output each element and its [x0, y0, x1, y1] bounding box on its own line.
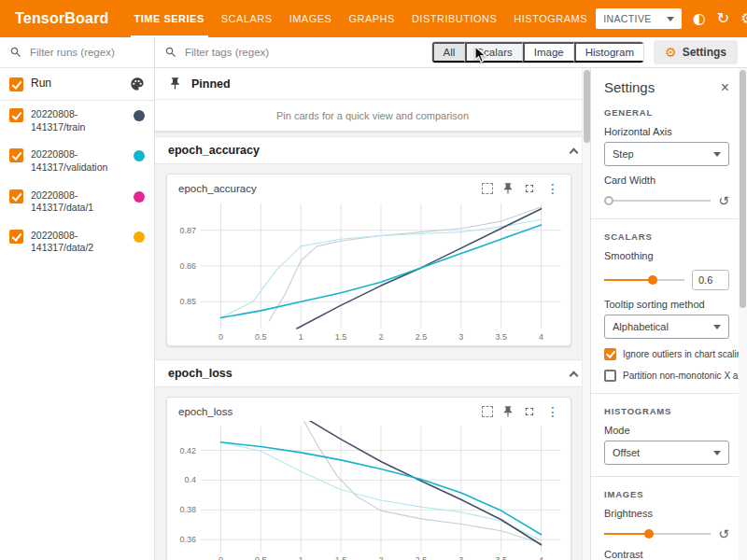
settings-scrollbar[interactable]	[739, 68, 747, 560]
chevron-down-icon	[713, 325, 721, 329]
card-title: epoch_loss	[178, 406, 233, 417]
tag-type-toggle-group: All Scalars Image Histogram	[431, 41, 645, 63]
palette-icon[interactable]	[130, 77, 145, 91]
slider-thumb[interactable]	[644, 529, 654, 539]
reset-icon[interactable]: ↺	[718, 527, 729, 540]
run-checkbox[interactable]	[9, 230, 23, 244]
card-zone-loss: epoch_loss ⋮ 00.511.522.533.540.360.380.…	[155, 387, 590, 560]
reset-icon[interactable]: ↺	[718, 194, 729, 207]
refresh-icon[interactable]: ↻	[717, 11, 729, 26]
card-width-slider[interactable]	[604, 195, 711, 206]
pin-icon	[168, 77, 182, 91]
svg-text:0.87: 0.87	[179, 226, 196, 235]
tab-images[interactable]: IMAGES	[281, 0, 341, 37]
ignore-outliers-checkbox[interactable]	[604, 348, 616, 360]
chevron-up-icon[interactable]	[570, 371, 579, 380]
svg-text:0: 0	[218, 332, 223, 342]
search-icon	[9, 46, 22, 59]
runs-header-row: Run	[0, 68, 154, 101]
brightness-slider[interactable]	[604, 528, 711, 539]
partition-x-axis-checkbox[interactable]	[604, 370, 616, 382]
more-options-icon[interactable]: ⋮	[544, 181, 561, 196]
run-checkbox[interactable]	[9, 189, 23, 203]
svg-text:3: 3	[458, 332, 463, 342]
smoothing-slider[interactable]	[604, 274, 684, 286]
run-color-dot[interactable]	[134, 110, 145, 121]
main-scrollbar[interactable]	[582, 68, 590, 560]
toggle-image[interactable]: Image	[523, 42, 574, 63]
svg-text:2: 2	[378, 332, 383, 342]
tab-graphs[interactable]: GRAPHS	[340, 0, 402, 37]
settings-panel-title: Settings	[604, 79, 655, 95]
slider-thumb[interactable]	[604, 196, 613, 205]
pin-icon[interactable]	[501, 405, 514, 418]
run-color-dot[interactable]	[134, 231, 145, 243]
tab-histograms[interactable]: HISTOGRAMS	[505, 0, 596, 37]
ignore-outliers-row[interactable]: Ignore outliers in chart scaling	[604, 348, 729, 360]
section-epoch-loss[interactable]: epoch_loss	[155, 359, 590, 387]
theme-toggle-icon[interactable]: ◐	[693, 11, 706, 26]
horizontal-axis-select[interactable]: Step	[604, 142, 729, 166]
svg-text:0.36: 0.36	[179, 535, 196, 544]
svg-text:0.86: 0.86	[179, 261, 196, 271]
svg-text:1.5: 1.5	[335, 332, 347, 342]
tags-toolbar: Filter tags (regex) All Scalars Image Hi…	[155, 37, 747, 68]
brightness-label: Brightness	[604, 508, 729, 519]
settings-gear-icon[interactable]: ⚙	[740, 11, 747, 26]
filter-runs-placeholder: Filter runs (regex)	[30, 47, 115, 58]
svg-text:0: 0	[218, 555, 223, 560]
pin-icon[interactable]	[501, 182, 514, 195]
toggle-all[interactable]: All	[432, 42, 466, 63]
run-label: 20220808-141317/data/2	[31, 230, 126, 255]
smoothing-input[interactable]: 0.6	[692, 270, 729, 290]
partition-x-axis-row[interactable]: Partition non-monotonic X axis i	[604, 370, 729, 382]
chevron-up-icon[interactable]	[570, 147, 579, 157]
contrast-label: Contrast	[604, 549, 729, 560]
tab-time-series[interactable]: TIME SERIES	[126, 0, 213, 37]
settings-button-label: Settings	[683, 46, 726, 59]
svg-text:1: 1	[299, 332, 303, 342]
slider-thumb[interactable]	[648, 275, 657, 285]
select-all-runs-checkbox[interactable]	[9, 77, 23, 91]
search-icon	[164, 46, 177, 59]
histogram-mode-value: Offset	[613, 447, 640, 458]
pinned-empty-hint: Pin cards for a quick view and compariso…	[155, 100, 590, 132]
fullscreen-icon[interactable]	[523, 405, 536, 418]
status-label: INACTIVE	[603, 13, 652, 24]
run-label: 20220808-141317/train	[31, 108, 126, 133]
pinned-section-header: Pinned	[155, 68, 590, 100]
tooltip-sorting-select[interactable]: Alphabetical	[604, 315, 729, 339]
tab-scalars[interactable]: SCALARS	[213, 0, 281, 37]
svg-text:3.5: 3.5	[495, 555, 507, 560]
settings-button[interactable]: ⚙ Settings	[654, 40, 738, 64]
epoch-accuracy-chart[interactable]: 00.511.522.533.540.850.860.87	[167, 198, 571, 345]
tab-distributions[interactable]: DISTRIBUTIONS	[403, 0, 505, 37]
data-table-toggle-icon[interactable]	[482, 406, 493, 417]
partition-x-axis-label: Partition non-monotonic X axis	[623, 371, 739, 381]
close-icon[interactable]: ×	[721, 80, 729, 95]
fullscreen-icon[interactable]	[523, 182, 536, 195]
run-checkbox[interactable]	[9, 108, 23, 122]
run-row-train[interactable]: 20220808-141317/train	[0, 101, 154, 141]
scrollbar-thumb[interactable]	[740, 70, 746, 308]
run-color-dot[interactable]	[134, 191, 145, 203]
filter-runs-box[interactable]: Filter runs (regex)	[0, 37, 154, 68]
run-row-data-2[interactable]: 20220808-141317/data/2	[0, 222, 154, 262]
run-row-data-1[interactable]: 20220808-141317/data/1	[0, 182, 154, 222]
run-row-validation[interactable]: 20220808-141317/validation	[0, 141, 154, 181]
general-heading: GENERAL	[604, 107, 729, 118]
toggle-histogram[interactable]: Histogram	[574, 42, 643, 63]
more-options-icon[interactable]: ⋮	[544, 404, 561, 419]
data-table-toggle-icon[interactable]	[482, 183, 493, 194]
histogram-mode-select[interactable]: Offset	[604, 441, 729, 465]
run-checkbox[interactable]	[9, 148, 23, 162]
reload-status-select[interactable]: INACTIVE	[596, 8, 682, 29]
epoch-loss-chart[interactable]: 00.511.522.533.540.360.380.40.42	[167, 421, 571, 560]
run-color-dot[interactable]	[134, 150, 145, 161]
app-logo[interactable]: TensorBoard	[0, 0, 126, 37]
section-epoch-accuracy[interactable]: epoch_accuracy	[155, 136, 590, 164]
svg-text:2.5: 2.5	[416, 555, 428, 560]
horizontal-axis-value: Step	[613, 148, 634, 160]
scrollbar-thumb[interactable]	[584, 70, 590, 143]
filter-tags-box[interactable]: Filter tags (regex)	[164, 46, 422, 59]
